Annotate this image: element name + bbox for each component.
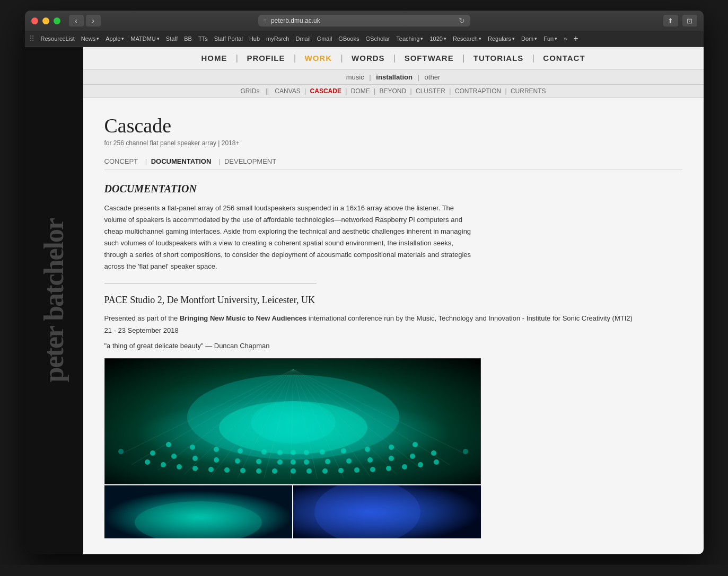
toolbar-research[interactable]: Research ▾ bbox=[450, 34, 485, 43]
page-body: Cascade for 256 channel flat panel speak… bbox=[83, 98, 704, 554]
svg-point-51 bbox=[166, 442, 171, 447]
toolbar-gscholar[interactable]: GScholar bbox=[362, 34, 393, 43]
svg-point-66 bbox=[251, 401, 336, 444]
back-button[interactable]: ‹ bbox=[69, 15, 84, 26]
lines-icon: ≡ bbox=[264, 17, 267, 24]
installnav-sep-2: | bbox=[345, 87, 348, 95]
toolbar-teaching[interactable]: Teaching ▾ bbox=[393, 34, 426, 43]
subnav-other[interactable]: other bbox=[422, 73, 444, 81]
svg-point-42 bbox=[277, 459, 283, 465]
toolbar-news[interactable]: News ▾ bbox=[78, 34, 103, 43]
svg-point-30 bbox=[354, 467, 359, 473]
tab-development[interactable]: DEVELOPMENT bbox=[224, 157, 279, 165]
url-display: peterb.dmu.ac.uk bbox=[271, 17, 320, 24]
event-suffix: international conference run by the Musi… bbox=[306, 314, 633, 322]
svg-point-43 bbox=[291, 459, 296, 465]
site-navigation: HOME | PROFILE | WORK | WORDS | SOFTWARE… bbox=[83, 47, 704, 70]
nav-profile[interactable]: PROFILE bbox=[240, 54, 291, 63]
svg-point-46 bbox=[346, 458, 352, 464]
tab-sep-2: | bbox=[216, 157, 224, 165]
toolbar-more[interactable]: » bbox=[560, 34, 570, 43]
svg-point-23 bbox=[240, 468, 245, 473]
installnav-cluster[interactable]: CLUSTER bbox=[414, 87, 448, 95]
maximize-button[interactable] bbox=[54, 17, 60, 24]
doc-body: Cascade presents a flat-panel array of 2… bbox=[104, 202, 476, 273]
toolbar-hub[interactable]: Hub bbox=[246, 34, 263, 43]
main-content: HOME | PROFILE | WORK | WORDS | SOFTWARE… bbox=[83, 47, 704, 554]
toolbar-resourcelist[interactable]: ResourceList bbox=[38, 34, 78, 43]
installnav-dome[interactable]: DOME bbox=[349, 87, 372, 95]
installnav-beyond[interactable]: BEYOND bbox=[378, 87, 409, 95]
installnav-cascade[interactable]: CASCADE bbox=[308, 87, 344, 95]
svg-point-41 bbox=[256, 459, 261, 464]
toolbar-dom[interactable]: Dom ▾ bbox=[518, 34, 540, 43]
svg-point-44 bbox=[304, 459, 309, 465]
svg-point-59 bbox=[320, 449, 325, 455]
tab-documentation[interactable]: DOCUMENTATION bbox=[151, 157, 215, 165]
toolbar-staffportal[interactable]: Staff Portal bbox=[211, 34, 246, 43]
svg-point-32 bbox=[386, 466, 391, 471]
toolbar-gbooks[interactable]: GBooks bbox=[335, 34, 362, 43]
svg-point-48 bbox=[389, 456, 394, 461]
toolbar-matdmu[interactable]: MATDMU ▾ bbox=[127, 34, 162, 43]
toolbar-tts[interactable]: TTs bbox=[195, 34, 211, 43]
svg-point-25 bbox=[272, 468, 277, 474]
installnav-grids[interactable]: GRIDs bbox=[238, 87, 261, 95]
toolbar-staff[interactable]: Staff bbox=[163, 34, 181, 43]
nav-sep-5: | bbox=[462, 54, 467, 63]
quote: "a thing of great delicate beauty" — Dun… bbox=[104, 342, 682, 350]
svg-point-35 bbox=[434, 459, 439, 465]
svg-point-33 bbox=[402, 464, 407, 469]
tab-concept[interactable]: CONCEPT bbox=[104, 157, 142, 165]
svg-point-55 bbox=[261, 449, 267, 455]
subnav-music[interactable]: music bbox=[343, 73, 367, 81]
sidebar-button[interactable]: ⊡ bbox=[682, 15, 697, 26]
svg-point-31 bbox=[370, 467, 375, 472]
nav-contact[interactable]: CONTACT bbox=[537, 54, 591, 63]
thumbnail-1[interactable] bbox=[104, 485, 292, 538]
toolbar-bb[interactable]: BB bbox=[181, 34, 195, 43]
installnav-contraption[interactable]: CONTRAPTION bbox=[453, 87, 503, 95]
reload-button[interactable]: ↻ bbox=[459, 16, 465, 25]
installnav-sep-6: | bbox=[505, 87, 508, 95]
svg-point-56 bbox=[277, 450, 283, 455]
share-button[interactable]: ⬆ bbox=[663, 15, 678, 26]
toolbar-regulars[interactable]: Regulars ▾ bbox=[485, 34, 518, 43]
svg-point-40 bbox=[235, 458, 240, 464]
thumb-svg-1 bbox=[104, 485, 292, 538]
svg-point-37 bbox=[171, 454, 177, 459]
toolbar-apple[interactable]: Apple ▾ bbox=[102, 34, 127, 43]
installnav-dbl-sep: || bbox=[264, 87, 273, 95]
toolbar-add[interactable]: + bbox=[570, 33, 581, 45]
nav-work[interactable]: WORK bbox=[299, 54, 339, 63]
svg-point-58 bbox=[304, 450, 309, 455]
subnav-sep-2: | bbox=[418, 73, 422, 81]
window-controls-right: ⬆ ⊡ bbox=[663, 15, 697, 26]
nav-tutorials[interactable]: TUTORIALS bbox=[467, 54, 530, 63]
close-button[interactable] bbox=[31, 17, 38, 24]
svg-point-53 bbox=[214, 447, 219, 452]
subnav-installation[interactable]: installation bbox=[373, 73, 416, 81]
nav-sep-4: | bbox=[393, 54, 398, 63]
installnav-canvas[interactable]: CANVAS bbox=[273, 87, 302, 95]
toolbar-gmail[interactable]: Gmail bbox=[314, 34, 336, 43]
nav-software[interactable]: SOFTWARE bbox=[398, 54, 460, 63]
forward-button[interactable]: › bbox=[86, 15, 101, 26]
thumbnail-2[interactable] bbox=[293, 485, 481, 538]
address-bar[interactable]: ≡ peterb.dmu.ac.uk ↻ bbox=[258, 15, 470, 26]
svg-point-64 bbox=[118, 449, 124, 454]
svg-point-70 bbox=[314, 485, 420, 538]
installnav-sep-5: | bbox=[449, 87, 452, 95]
nav-home[interactable]: HOME bbox=[195, 54, 233, 63]
svg-point-27 bbox=[306, 468, 312, 474]
bookmarks-toolbar: ⠿ ResourceList News ▾ Apple ▾ MATDMU ▾ S… bbox=[25, 31, 704, 47]
toolbar-fun[interactable]: Fun ▾ bbox=[540, 34, 560, 43]
nav-words[interactable]: WORDS bbox=[345, 54, 391, 63]
installnav-currents[interactable]: CURRENTS bbox=[508, 87, 548, 95]
toolbar-myrsrch[interactable]: myRsrch bbox=[263, 34, 292, 43]
sidebar: peter batchelor bbox=[25, 47, 83, 554]
toolbar-1020[interactable]: 1020 ▾ bbox=[426, 34, 449, 43]
svg-point-28 bbox=[322, 468, 328, 474]
toolbar-dmail[interactable]: Dmail bbox=[292, 34, 313, 43]
minimize-button[interactable] bbox=[42, 17, 49, 24]
